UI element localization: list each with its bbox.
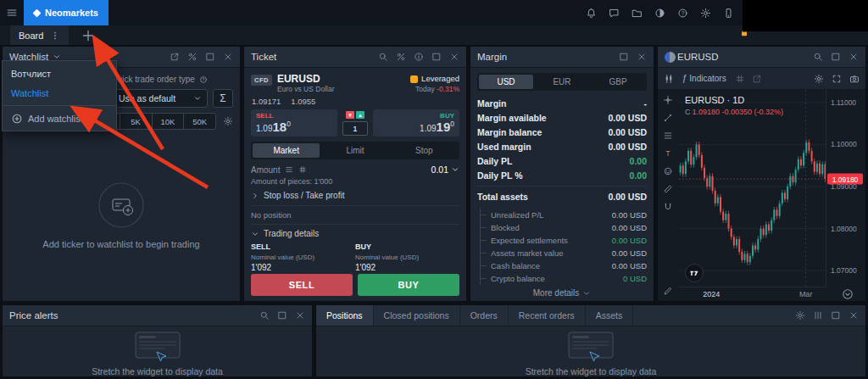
close-icon[interactable] [449,52,459,62]
buy-nominal-value: 1'092 [355,262,459,274]
device-icon[interactable] [723,8,734,19]
amount-input[interactable]: 0.01 [431,164,459,175]
camera-icon[interactable] [849,74,860,84]
help-icon[interactable]: ? [199,75,208,84]
add-board-button[interactable] [81,28,96,43]
scroll-to-recent-icon[interactable] [842,288,854,300]
tab-board[interactable]: Board [10,25,69,45]
more-details-link[interactable]: More details [477,285,647,301]
tab-orders[interactable]: Orders [460,305,509,326]
order-tab-limit[interactable]: Limit [321,143,388,158]
topbar: Neomarkets ? [0,0,868,25]
trend-icon[interactable] [663,113,673,123]
fib-icon[interactable] [663,131,673,141]
watchlist-dropdown-item[interactable]: Watchlist [3,83,116,103]
currency-tab-gbp[interactable]: GBP [591,75,645,89]
add-watchlist-item[interactable]: Add watchlist [3,109,116,128]
currency-tab-eur[interactable]: EUR [535,75,589,89]
text-icon[interactable]: T [663,148,673,159]
gear-icon[interactable] [700,8,711,19]
ruler-icon[interactable] [663,184,673,194]
sigma-button[interactable]: Σ [213,89,233,108]
indicators-button[interactable]: ƒ Indicators [682,74,726,83]
maximize-icon[interactable] [831,310,841,320]
preset-5k[interactable]: 5K [120,114,153,129]
ticket-header-icons [378,52,459,62]
info-icon[interactable] [414,52,424,62]
order-tab-stop[interactable]: Stop [391,143,458,158]
order-tab-market[interactable]: Market [253,143,320,158]
sell-button[interactable]: SELL [251,274,353,296]
tab-closed-positions[interactable]: Closed positions [374,305,460,326]
spread-up-icon[interactable]: ▴ [356,111,364,119]
percent-icon[interactable] [187,52,198,62]
grid-icon[interactable] [735,74,745,84]
lots-icon[interactable] [285,165,293,174]
preset-50k[interactable]: 50K [184,114,215,129]
candlestick-chart[interactable] [679,90,826,287]
dots-vertical-icon[interactable] [50,31,60,41]
maximize-icon[interactable] [831,52,841,62]
candle-style-icon[interactable] [664,74,674,84]
search-icon[interactable] [813,52,823,62]
close-icon[interactable] [849,52,859,62]
time-axis[interactable]: 2024Mar [679,287,826,301]
units-icon[interactable] [298,165,307,174]
spread-down-icon[interactable]: ▾ [346,111,354,119]
popup-icon[interactable] [752,74,762,84]
chat-icon[interactable] [609,8,620,19]
close-icon[interactable] [849,310,859,320]
menu-icon[interactable] [0,7,24,19]
margin-row: Margin- [477,96,647,110]
sell-quote-button[interactable]: SELL 1.09180 [251,109,337,137]
maximize-icon[interactable] [277,310,287,320]
margin-widget: Margin USDEURGBP Margin-Margin available… [470,46,654,302]
total-assets-label: Total assets [477,192,528,207]
percent-icon[interactable] [396,52,406,62]
chart-plot[interactable]: EURUSD · 1D C1.09180 -0.00350 (-0.32%) 1… [679,90,865,301]
tab-positions[interactable]: Positions [316,305,374,326]
help-icon[interactable]: ? [677,8,688,19]
pencil-icon[interactable] [663,286,673,296]
order-type-select[interactable]: Use as default [113,89,208,108]
maximize-icon[interactable] [205,52,215,62]
chart-header: EURUSD [658,47,865,68]
margin-row-value: 0.00 USD [608,113,647,123]
magnet-icon[interactable] [663,202,673,212]
popup-icon[interactable] [170,52,180,62]
maximize-icon[interactable] [619,52,629,62]
watchlist-dropdown-item[interactable]: Вотчлист [3,64,116,83]
columns-icon[interactable] [813,310,823,320]
quantity-input[interactable]: 1 [342,121,368,136]
stoploss-takeprofit-toggle[interactable]: Stop loss / Take profit [251,191,459,200]
maximize-icon[interactable] [431,52,442,62]
currency-tab-usd[interactable]: USD [479,75,533,89]
tab-recent-orders[interactable]: Recent orders [509,305,586,326]
fullscreen-icon[interactable] [832,74,842,84]
trading-details-toggle[interactable]: Trading details [251,224,459,238]
chevron-down-icon[interactable] [451,165,459,174]
brand-logo[interactable]: Neomarkets [24,0,108,25]
preset-10k[interactable]: 10K [153,114,185,129]
gear-icon[interactable] [814,74,824,84]
bell-icon[interactable] [586,8,597,19]
emoji-icon[interactable] [663,166,673,176]
close-icon[interactable] [637,52,647,62]
tab-assets[interactable]: Assets [586,305,634,326]
contrast-icon[interactable] [654,8,665,19]
price-axis[interactable]: 1.110001.100001.090001.080001.070001.091… [826,90,865,287]
close-icon[interactable] [223,52,233,62]
close-icon[interactable] [295,310,305,320]
buy-button[interactable]: BUY [358,274,459,296]
today-label: Today [415,85,435,93]
gear-icon[interactable] [795,310,805,320]
gear-icon[interactable] [223,116,233,126]
ticket-widget: Ticket CFD EURUSD Euro vs US Dollar Leve… [243,46,467,302]
folder-icon[interactable] [632,8,643,19]
buy-quote-button[interactable]: BUY 1.09190 [373,109,459,137]
sltp-label: Stop loss / Take profit [264,191,344,200]
tradingview-logo[interactable] [685,264,704,282]
search-icon[interactable] [378,52,388,62]
crosshair-icon[interactable] [663,95,673,105]
search-icon[interactable] [259,310,270,320]
